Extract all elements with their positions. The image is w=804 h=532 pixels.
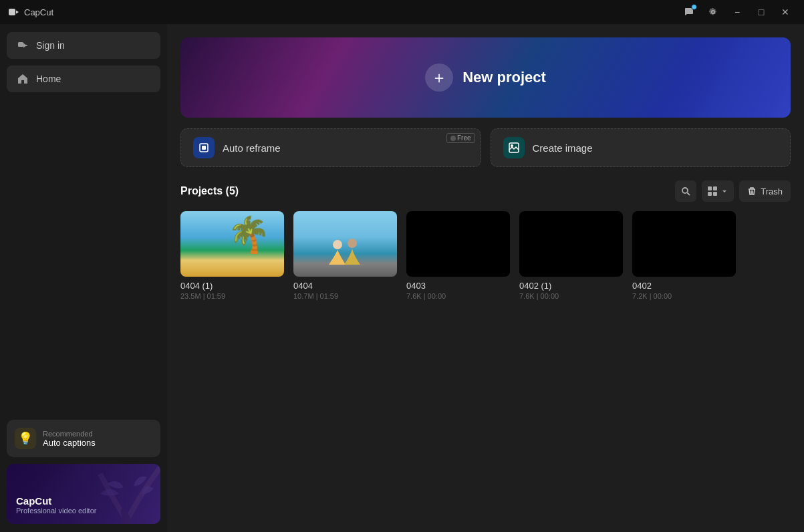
svg-rect-1: [18, 42, 23, 47]
recommended-label: Recommended: [43, 430, 96, 438]
project-item[interactable]: 0402 7.2K | 00:00: [632, 211, 736, 300]
project-thumbnail: [293, 211, 397, 277]
home-button[interactable]: Home: [7, 65, 160, 92]
projects-title: Projects (5): [180, 185, 239, 197]
free-badge-icon: [450, 136, 456, 141]
auto-reframe-label: Auto reframe: [223, 142, 281, 154]
main-content: ＋ New project Auto reframe Free: [167, 24, 804, 532]
project-thumbnail: [406, 211, 510, 277]
projects-actions: Trash: [675, 180, 791, 202]
projects-header: Projects (5): [180, 180, 791, 202]
promo-subtitle: Professional video editor: [16, 507, 151, 515]
minimize-button[interactable]: −: [726, 1, 748, 23]
project-name: 0402 (1): [519, 281, 623, 291]
svg-rect-10: [708, 186, 712, 190]
create-image-label: Create image: [533, 142, 593, 154]
tools-row: Auto reframe Free Create image: [180, 128, 791, 167]
view-toggle-button[interactable]: [702, 180, 734, 202]
project-item[interactable]: 0404 (1) 23.5M | 01:59: [180, 211, 284, 300]
recommended-text: Recommended Auto captions: [43, 430, 96, 448]
create-image-icon: [503, 137, 525, 158]
sign-in-icon: [16, 39, 29, 52]
auto-reframe-button[interactable]: Auto reframe Free: [180, 128, 481, 167]
search-button[interactable]: [675, 180, 696, 202]
chat-button[interactable]: [678, 1, 700, 23]
promo-title: CapCut: [16, 495, 151, 507]
titlebar: CapCut − □ ✕: [0, 0, 804, 24]
project-item[interactable]: 0402 (1) 7.6K | 00:00: [519, 211, 623, 300]
project-name: 0404 (1): [180, 281, 284, 291]
project-meta: 7.2K | 00:00: [632, 292, 736, 300]
svg-rect-5: [202, 146, 206, 150]
auto-reframe-icon: [193, 137, 215, 158]
svg-rect-13: [713, 192, 717, 196]
svg-rect-0: [9, 9, 15, 15]
trash-button[interactable]: Trash: [739, 180, 791, 202]
project-name: 0402: [632, 281, 736, 291]
projects-grid: 0404 (1) 23.5M | 01:59 0404 10.7M | 01:5…: [180, 211, 791, 300]
settings-button[interactable]: [702, 1, 724, 23]
promo-overlay: CapCut Professional video editor: [7, 464, 160, 524]
svg-rect-12: [708, 192, 712, 196]
new-project-plus-icon: ＋: [425, 63, 453, 92]
svg-line-9: [688, 193, 690, 196]
app-logo: CapCut: [8, 6, 53, 18]
promo-card[interactable]: CapCut Professional video editor: [7, 464, 160, 524]
svg-point-14: [333, 240, 342, 249]
project-meta: 7.6K | 00:00: [519, 292, 623, 300]
app-name: CapCut: [24, 7, 53, 17]
project-meta: 23.5M | 01:59: [180, 292, 284, 300]
home-label: Home: [36, 74, 61, 84]
project-thumbnail: [180, 211, 284, 277]
project-name: 0403: [406, 281, 510, 291]
svg-point-15: [348, 239, 357, 248]
svg-point-8: [682, 188, 688, 193]
project-meta: 7.6K | 00:00: [406, 292, 510, 300]
sidebar: Sign in Home 💡 Recommended Auto captions: [0, 24, 167, 532]
new-project-label: New project: [462, 69, 546, 86]
new-project-banner[interactable]: ＋ New project: [180, 37, 791, 118]
project-name: 0404: [293, 281, 397, 291]
trash-label: Trash: [761, 186, 783, 196]
project-thumbnail: [519, 211, 623, 277]
recommended-icon: 💡: [15, 428, 36, 449]
home-icon: [16, 72, 29, 86]
close-button[interactable]: ✕: [775, 1, 796, 23]
svg-rect-11: [713, 186, 717, 190]
create-image-button[interactable]: Create image: [491, 128, 791, 167]
window-controls: − □ ✕: [678, 1, 796, 23]
project-item[interactable]: 0403 7.6K | 00:00: [406, 211, 510, 300]
project-thumbnail: [632, 211, 736, 277]
sign-in-label: Sign in: [36, 40, 65, 51]
recommended-card[interactable]: 💡 Recommended Auto captions: [7, 420, 160, 457]
project-meta: 10.7M | 01:59: [293, 292, 397, 300]
recommended-title: Auto captions: [43, 438, 96, 448]
project-item[interactable]: 0404 10.7M | 01:59: [293, 211, 397, 300]
maximize-button[interactable]: □: [751, 1, 772, 23]
sign-in-button[interactable]: Sign in: [7, 32, 160, 59]
free-badge: Free: [446, 133, 475, 143]
